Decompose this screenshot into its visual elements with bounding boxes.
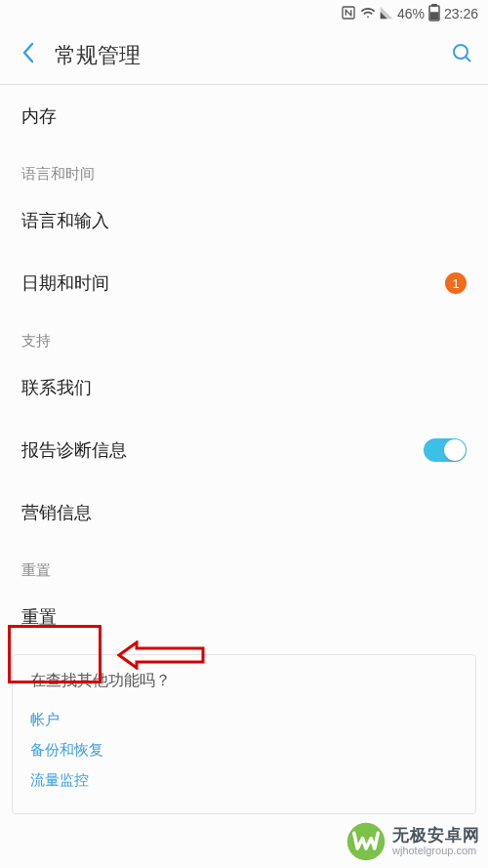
signal-icon [380, 6, 393, 22]
contact-us-item[interactable]: 联系我们 [0, 356, 488, 419]
storage-item[interactable]: 内存 [0, 85, 488, 147]
header: 常规管理 [0, 27, 488, 84]
section-support: 支持 [0, 314, 488, 356]
highlight-box [8, 625, 102, 683]
svg-point-6 [347, 823, 386, 861]
item-label: 营销信息 [21, 501, 92, 524]
section-reset: 重置 [0, 544, 488, 586]
watermark-subtitle: wjhotelgroup.com [392, 845, 480, 857]
nfc-icon [341, 5, 356, 23]
item-label: 日期和时间 [21, 271, 109, 295]
watermark-title: 无极安卓网 [392, 826, 480, 846]
item-label: 联系我们 [21, 376, 92, 399]
search-button[interactable] [451, 42, 474, 69]
diagnostic-toggle[interactable] [424, 438, 467, 462]
watermark: 无极安卓网 wjhotelgroup.com [346, 821, 480, 862]
link-data-monitor[interactable]: 流量监控 [30, 765, 458, 796]
page-title: 常规管理 [55, 41, 141, 70]
link-account[interactable]: 帐户 [30, 705, 458, 735]
marketing-item[interactable]: 营销信息 [0, 481, 488, 544]
svg-point-4 [454, 45, 468, 59]
svg-rect-3 [430, 13, 437, 20]
watermark-logo-icon [346, 821, 386, 862]
svg-line-5 [466, 57, 470, 62]
section-lang-time: 语言和时间 [0, 147, 488, 189]
svg-rect-2 [432, 4, 436, 6]
wifi-icon [360, 6, 376, 22]
back-button[interactable] [14, 38, 43, 73]
date-time-item[interactable]: 日期和时间 1 [0, 252, 488, 314]
clock: 23:26 [444, 6, 478, 21]
language-input-item[interactable]: 语言和输入 [0, 189, 488, 252]
battery-icon [428, 4, 440, 24]
status-bar: 46% 23:26 [0, 0, 488, 27]
arrow-annotation [117, 641, 205, 670]
battery-pct: 46% [397, 6, 425, 21]
item-label: 内存 [21, 104, 57, 128]
item-label: 报告诊断信息 [21, 438, 127, 462]
diagnostic-item[interactable]: 报告诊断信息 [0, 419, 488, 481]
link-backup-restore[interactable]: 备份和恢复 [30, 735, 458, 765]
item-label: 语言和输入 [21, 209, 109, 232]
notification-badge: 1 [445, 272, 467, 294]
